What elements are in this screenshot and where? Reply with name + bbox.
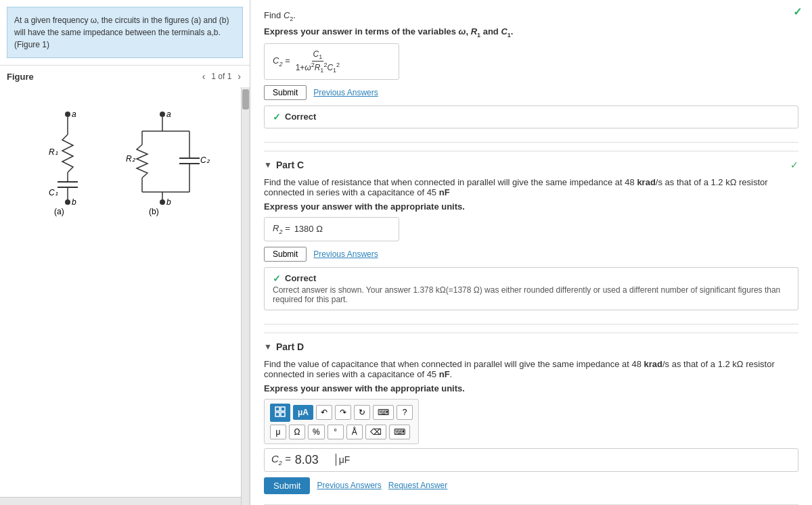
toolbar-refresh-button[interactable]: ↻ bbox=[354, 405, 370, 420]
express-c2-text: Express your answer in terms of the vari… bbox=[264, 26, 798, 39]
svg-text:(b): (b) bbox=[149, 207, 159, 216]
left-panel: At a given frequency ω, the circuits in … bbox=[0, 0, 250, 505]
partC-description: Find the value of resistance that when c… bbox=[264, 177, 798, 197]
partC-r2-label: R2 = bbox=[273, 223, 290, 235]
scrollbar-right[interactable] bbox=[241, 87, 249, 505]
toolbar-row2: μ Ω % ° Å ⌫ ⌨ bbox=[270, 425, 413, 439]
partD-c2-label: C2 = bbox=[271, 453, 291, 466]
partC-header[interactable]: ▼ Part C bbox=[264, 160, 798, 170]
c2-answer-box: C2 = C1 1+ω2R12C12 bbox=[264, 43, 399, 80]
divider-1 bbox=[264, 142, 798, 143]
partD-prev-answers-link[interactable]: Previous Answers bbox=[317, 481, 381, 490]
toolbar-undo-button[interactable]: ↶ bbox=[316, 405, 332, 420]
prev-figure-button[interactable]: ‹ bbox=[200, 71, 208, 82]
partC-r2-value: 1380 Ω bbox=[294, 224, 323, 234]
partC-express-text: Express your answer with the appropriate… bbox=[264, 201, 798, 212]
partD-header[interactable]: ▼ Part D bbox=[264, 341, 798, 352]
svg-text:(a): (a) bbox=[54, 207, 64, 216]
math-input-toolbar: μA ↶ ↷ ↻ ⌨ ? μ Ω % ° Å ⌫ ⌨ bbox=[264, 399, 419, 444]
partC-correct-label: Correct bbox=[285, 273, 316, 283]
svg-text:a: a bbox=[166, 110, 171, 119]
top-checkmark: ✓ bbox=[793, 5, 802, 18]
problem-text: At a given frequency ω, the circuits in … bbox=[14, 16, 229, 49]
svg-text:b: b bbox=[166, 197, 171, 207]
figure-canvas: a R₁ C₁ b (a) bbox=[0, 87, 250, 505]
partD-section: ▼ Part D Find the value of capacitance t… bbox=[264, 333, 798, 505]
svg-rect-30 bbox=[281, 407, 285, 411]
c2-denominator: 1+ω2R12C12 bbox=[294, 62, 341, 74]
partD-arrow-icon: ▼ bbox=[264, 342, 272, 352]
toolbar-help-button[interactable]: ? bbox=[397, 405, 413, 420]
c2-submit-button[interactable]: Submit bbox=[264, 85, 307, 100]
problem-description: At a given frequency ω, the circuits in … bbox=[7, 7, 243, 58]
figure-nav: ‹ 1 of 1 › bbox=[200, 71, 243, 82]
partD-btn-row: Submit Previous Answers Request Answer bbox=[264, 477, 798, 494]
figure-page: 1 of 1 bbox=[211, 72, 231, 81]
scrollbar-thumb[interactable] bbox=[242, 89, 249, 110]
scrollbar-bottom[interactable] bbox=[0, 497, 241, 505]
partD-request-answer-link[interactable]: Request Answer bbox=[388, 481, 447, 490]
find-c2-text: Find C2. bbox=[264, 10, 798, 22]
toolbar-mu-button[interactable]: μA bbox=[293, 405, 313, 420]
figure-title: Figure bbox=[7, 72, 34, 82]
partC-section: ✓ ▼ Part C Find the value of resistance … bbox=[264, 151, 798, 310]
partD-input-row: C2 = 8.03 μF bbox=[264, 448, 798, 472]
c2-numerator: C1 bbox=[312, 49, 324, 61]
figure-header: Figure ‹ 1 of 1 › bbox=[0, 65, 250, 87]
partC-correct-content: ✓ Correct Correct answer is shown. Your … bbox=[273, 273, 790, 304]
toolbar-omega-button[interactable]: Ω bbox=[289, 425, 305, 439]
c2-check-icon: ✓ bbox=[273, 112, 281, 122]
toolbar-keyboard-button[interactable]: ⌨ bbox=[373, 405, 394, 420]
toolbar-matrix-button[interactable] bbox=[270, 404, 290, 422]
partC-btn-row: Submit Previous Answers bbox=[264, 247, 798, 262]
toolbar-redo-button[interactable]: ↷ bbox=[335, 405, 351, 420]
partC-check-icon: ✓ bbox=[790, 160, 798, 170]
partC-correct-detail: Correct answer is shown. Your answer 1.3… bbox=[273, 285, 790, 304]
partC-answer-box: R2 = 1380 Ω bbox=[264, 217, 399, 241]
partD-c2-value[interactable]: 8.03 bbox=[295, 453, 336, 467]
partC-label: Part C bbox=[276, 160, 304, 170]
svg-text:C₁: C₁ bbox=[49, 188, 58, 197]
c2-label: C2 = bbox=[273, 55, 290, 68]
svg-point-9 bbox=[65, 199, 70, 205]
partD-express-text: Express your answer with the appropriate… bbox=[264, 383, 798, 393]
svg-text:a: a bbox=[72, 110, 76, 119]
c2-correct-box: ✓ Correct bbox=[264, 105, 798, 128]
toolbar-percent-button[interactable]: % bbox=[308, 425, 325, 439]
toolbar-extra-button[interactable]: ⌨ bbox=[389, 425, 410, 439]
c2-correct-label: Correct bbox=[285, 112, 316, 122]
c2-btn-row: Submit Previous Answers bbox=[264, 85, 798, 100]
divider-2 bbox=[264, 324, 798, 324]
partC-prev-answers-link[interactable]: Previous Answers bbox=[313, 249, 378, 259]
toolbar-backspace-button[interactable]: ⌫ bbox=[365, 425, 386, 439]
svg-text:R₂: R₂ bbox=[126, 154, 136, 164]
toolbar-row1: μA ↶ ↷ ↻ ⌨ ? bbox=[270, 404, 413, 422]
c2-fraction: C1 1+ω2R12C12 bbox=[294, 49, 341, 74]
svg-point-12 bbox=[160, 112, 165, 117]
svg-text:R₁: R₁ bbox=[49, 147, 58, 157]
svg-rect-29 bbox=[275, 407, 279, 411]
partC-submit-button[interactable]: Submit bbox=[264, 247, 307, 262]
partC-correct-box: ✓ Correct Correct answer is shown. Your … bbox=[264, 267, 798, 310]
math-cursor bbox=[336, 454, 336, 466]
toolbar-angstrom-button[interactable]: Å bbox=[346, 425, 363, 439]
partD-label: Part D bbox=[276, 341, 304, 352]
svg-text:C₂: C₂ bbox=[200, 155, 210, 165]
svg-point-26 bbox=[160, 199, 165, 205]
toolbar-degree-button[interactable]: ° bbox=[328, 425, 344, 439]
partD-description: Find the value of capacitance that when … bbox=[264, 359, 798, 379]
svg-text:b: b bbox=[72, 197, 76, 207]
partC-check-icon2: ✓ bbox=[273, 273, 281, 284]
right-panel: ✓ Find C2. Express your answer in terms … bbox=[250, 0, 812, 505]
svg-rect-31 bbox=[275, 412, 279, 416]
svg-rect-32 bbox=[281, 412, 285, 416]
partD-submit-button[interactable]: Submit bbox=[264, 477, 310, 494]
figure-area: Figure ‹ 1 of 1 › a R₁ bbox=[0, 65, 250, 505]
c2-prev-answers-link[interactable]: Previous Answers bbox=[313, 88, 378, 97]
next-figure-button[interactable]: › bbox=[235, 71, 243, 82]
partD-c2-unit: μF bbox=[339, 454, 351, 465]
toolbar-mu-unit-button[interactable]: μ bbox=[270, 425, 286, 439]
svg-point-0 bbox=[65, 112, 70, 117]
c2-section: Find C2. Express your answer in terms of… bbox=[264, 10, 798, 128]
partC-arrow-icon: ▼ bbox=[264, 160, 272, 170]
